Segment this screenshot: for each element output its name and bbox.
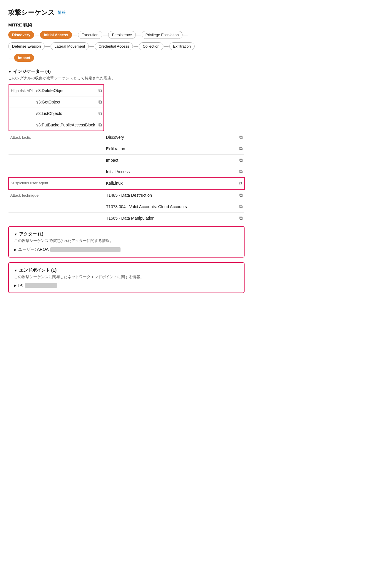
indicator-row-high-risk-api-0: High risk APIs3:DeleteObject⧉ [9, 85, 104, 96]
indicator-row-attack-tactic-3: Initial Access⧉ [9, 166, 244, 178]
tactic-pill-exfiltration[interactable]: Exfiltration [169, 42, 195, 50]
tactic-connector: — [35, 32, 39, 38]
tactic-connector: — [136, 32, 141, 38]
endpoints-header[interactable]: ▼ エンドポイント (1) [14, 268, 239, 273]
indicator-row-attack-tactic-1: Exfiltration⧉ [9, 143, 244, 155]
tactic-connector: — [89, 44, 94, 49]
endpoints-description: この攻撃シーケンスに関与したネットワークエンドポイントに関する情報。 [14, 274, 239, 280]
indicator-label-empty [9, 96, 34, 108]
copy-button-suspicious-user-agent[interactable]: ⧉ [234, 178, 244, 189]
indicators-header[interactable]: ▼ インジケーター (4) [8, 69, 245, 74]
indicator-value-high-risk-api-1: s3:GetObject [34, 96, 97, 108]
tactic-pill-credential-access[interactable]: Credential Access [95, 42, 133, 50]
indicator-value-high-risk-api-2: s3:ListObjects [34, 108, 97, 119]
tactic-pill-initial-access[interactable]: Initial Access [40, 31, 72, 39]
indicator-row-attack-technique-0: Attack techniqueT1485 - Data Destruction… [9, 189, 244, 201]
indicator-label-attack-technique: Attack technique [9, 189, 104, 201]
copy-button-high-risk-api-3[interactable]: ⧉ [97, 119, 104, 131]
endpoint-item-0[interactable]: ▶ IP: ███████████ [14, 283, 239, 288]
actors-header[interactable]: ▼ アクター (1) [14, 231, 239, 237]
endpoints-list: ▶ IP: ███████████ [14, 283, 239, 288]
indicator-value-attack-technique-0: T1485 - Data Destruction [104, 189, 234, 201]
indicator-row-attack-tactic-2: Impact⧉ [9, 155, 244, 166]
tactic-pill-defense-evasion[interactable]: Defense Evasion [8, 42, 45, 50]
indicators-description: このシグナルの収集が攻撃シーケンスとして特定された理由。 [8, 76, 245, 81]
actors-section: ▼ アクター (1) この攻撃シーケンスで特定されたアクターに関する情報。 ▶ … [8, 226, 245, 258]
indicator-label-attack-tactic: Attack tactic [9, 132, 104, 143]
tactic-pill-collection[interactable]: Collection [139, 42, 163, 50]
copy-button-attack-tactic-2[interactable]: ⧉ [234, 155, 244, 166]
tactic-pill-persistence[interactable]: Persistence [108, 31, 136, 39]
indicator-value-attack-tactic-3: Initial Access [104, 166, 234, 178]
indicator-value-attack-technique-2: T1565 - Data Manipulation [104, 213, 234, 224]
endpoint-label: IP: [18, 283, 23, 288]
indicator-label-suspicious-user-agent: Suspicious user agent [9, 178, 104, 189]
copy-button-high-risk-api-1[interactable]: ⧉ [97, 96, 104, 108]
tactic-connector: — [9, 55, 14, 61]
copy-button-attack-tactic-3[interactable]: ⧉ [234, 166, 244, 178]
indicators-table: High risk APIs3:DeleteObject⧉s3:GetObjec… [8, 84, 245, 224]
actor-item-0[interactable]: ▶ ユーザー: AROA ████████████████████████ [14, 247, 239, 252]
indicator-row-suspicious-user-agent: Suspicious user agentKaliLinux⧉ [9, 178, 244, 189]
indicator-value-attack-tactic-1: Exfiltration [104, 143, 234, 155]
indicator-row-attack-tactic-0: Attack tacticDiscovery⧉ [9, 132, 244, 143]
indicator-value-attack-tactic-2: Impact [104, 155, 234, 166]
indicator-row-attack-technique-1: T1078.004 - Valid Accounts: Cloud Accoun… [9, 201, 244, 213]
tactic-pill-lateral-movement[interactable]: Lateral Movement [51, 42, 89, 50]
indicator-value-attack-tactic-0: Discovery [104, 132, 234, 143]
indicators-title: インジケーター (4) [13, 69, 51, 74]
actor-blurred: ████████████████████████ [50, 247, 120, 252]
indicator-label-empty [9, 155, 104, 166]
tactic-connector: — [103, 32, 108, 38]
indicator-label-empty [9, 108, 34, 119]
actors-title: アクター (1) [19, 231, 44, 237]
triangle-right: ▶ [14, 284, 16, 288]
indicator-row-attack-technique-2: T1565 - Data Manipulation⧉ [9, 213, 244, 224]
indicators-section: ▼ インジケーター (4) このシグナルの収集が攻撃シーケンスとして特定された理… [8, 69, 245, 224]
tactics-container: Discovery—Initial Access—Execution—Persi… [8, 31, 245, 62]
endpoints-title: エンドポイント (1) [19, 268, 57, 273]
endpoints-triangle: ▼ [14, 269, 17, 272]
copy-button-attack-tactic-1[interactable]: ⧉ [234, 143, 244, 155]
indicator-label-empty [9, 201, 104, 213]
indicator-label-empty [9, 119, 34, 131]
actors-triangle: ▼ [14, 233, 17, 236]
indicator-label-high-risk-api: High risk API [9, 85, 34, 96]
indicator-value-suspicious-user-agent: KaliLinux [104, 178, 234, 189]
copy-button-attack-tactic-0[interactable]: ⧉ [234, 132, 244, 143]
collapse-triangle: ▼ [8, 70, 11, 74]
info-link[interactable]: 情報 [58, 10, 66, 15]
tactic-connector: — [133, 44, 138, 49]
tactic-pill-discovery[interactable]: Discovery [8, 31, 34, 39]
actors-description: この攻撃シーケンスで特定されたアクターに関する情報。 [14, 238, 239, 243]
indicator-value-high-risk-api-3: s3:PutBucketPublicAccessBlock [34, 119, 97, 131]
page-title: 攻撃シーケンス 情報 [8, 8, 245, 17]
copy-button-high-risk-api-2[interactable]: ⧉ [97, 108, 104, 119]
indicator-row-high-risk-api-2: s3:ListObjects⧉ [9, 108, 104, 119]
indicator-group-attack-technique: Attack techniqueT1485 - Data Destruction… [9, 189, 244, 224]
indicator-label-empty [9, 213, 104, 224]
indicator-group-high-risk-api: High risk APIs3:DeleteObject⧉s3:GetObjec… [9, 84, 104, 131]
tactic-connector: — [164, 44, 169, 49]
tactic-pill-impact[interactable]: Impact [14, 54, 34, 62]
copy-button-attack-technique-2[interactable]: ⧉ [234, 213, 244, 224]
indicator-value-high-risk-api-0: s3:DeleteObject [34, 85, 97, 96]
indicator-row-high-risk-api-3: s3:PutBucketPublicAccessBlock⧉ [9, 119, 104, 131]
copy-button-attack-technique-1[interactable]: ⧉ [234, 201, 244, 213]
tactic-pill-execution[interactable]: Execution [78, 31, 102, 39]
title-text: 攻撃シーケンス [8, 8, 55, 17]
indicator-value-attack-technique-1: T1078.004 - Valid Accounts: Cloud Accoun… [104, 201, 234, 213]
mitre-label: MITRE 戦術 [8, 22, 245, 28]
copy-button-attack-technique-0[interactable]: ⧉ [234, 189, 244, 201]
indicator-label-empty [9, 166, 104, 178]
copy-button-high-risk-api-0[interactable]: ⧉ [97, 85, 104, 96]
indicator-label-empty [9, 143, 104, 155]
indicator-row-high-risk-api-1: s3:GetObject⧉ [9, 96, 104, 108]
tactic-connector: — [183, 32, 188, 38]
tactic-pill-privilege-escalation[interactable]: Privilege Escalation [142, 31, 183, 39]
actors-list: ▶ ユーザー: AROA ████████████████████████ [14, 247, 239, 252]
mitre-section: MITRE 戦術 Discovery—Initial Access—Execut… [8, 22, 245, 62]
endpoint-blurred: ███████████ [25, 283, 57, 288]
tactic-connector: — [73, 32, 77, 38]
actor-label: ユーザー: AROA [18, 247, 48, 252]
